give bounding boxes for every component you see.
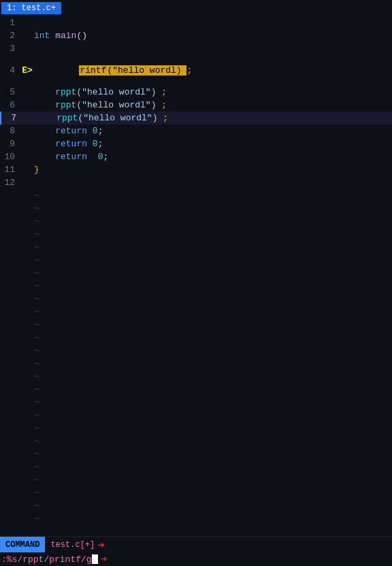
tilde-line: ~ <box>0 293 392 305</box>
tilde-line: ~ <box>0 461 392 473</box>
line-marker-4: E> <box>20 65 34 76</box>
line-num-2: 2 <box>0 31 20 41</box>
tilde-line: ~ <box>0 189 392 202</box>
tilde-line: ~ <box>0 344 392 357</box>
line-content-8: return 0; <box>34 126 392 136</box>
line-content-11: } <box>34 165 392 175</box>
code-container: 1 2 int main() 3 4 E> rintf("hello wordl… <box>0 16 392 536</box>
arrow-indicator: ➔ <box>97 537 105 552</box>
code-line-2: 2 int main() <box>0 29 392 42</box>
file-name-status: test.c[+] <box>45 540 95 550</box>
tilde-line: ~ <box>0 448 392 461</box>
code-line-12: 12 <box>0 176 392 189</box>
command-text: :%s/rppt/printf/g <box>1 554 98 565</box>
tilde-line: ~ <box>0 486 392 499</box>
line-content-10: return 0; <box>34 152 392 162</box>
line-num-11: 11 <box>0 165 20 175</box>
tilde-line: ~ <box>0 241 392 254</box>
tilde-line: ~ <box>0 357 392 370</box>
line-num-12: 12 <box>0 178 20 188</box>
tilde-line: ~ <box>0 512 392 525</box>
line-num-3: 3 <box>0 44 20 54</box>
line-num-1: 1 <box>0 18 20 28</box>
command-cursor <box>92 554 98 564</box>
tilde-line: ~ <box>0 305 392 318</box>
tilde-line: ~ <box>0 280 392 293</box>
tilde-line: ~ <box>0 499 392 512</box>
tilde-line: ~ <box>0 228 392 241</box>
tilde-line: ~ <box>0 318 392 331</box>
line-content-5: rppt("hello wordl") ; <box>34 87 392 97</box>
tilde-line: ~ <box>0 254 392 267</box>
line-num-8: 8 <box>0 126 20 136</box>
code-line-3: 3 <box>0 42 392 55</box>
code-line-7: 7 rppt("hello wordl") ; <box>0 112 392 124</box>
code-line-11: 11 } <box>0 163 392 176</box>
tilde-line: ~ <box>0 396 392 409</box>
command-line[interactable]: :%s/rppt/printf/g ➔ <box>0 552 392 566</box>
tab-bar: 1: test.c+ <box>0 0 392 16</box>
line-num-5: 5 <box>0 87 20 97</box>
tilde-line: ~ <box>0 215 392 228</box>
code-line-8: 8 return 0; <box>0 124 392 137</box>
editor-area: 1: test.c+ 1 2 int main() 3 4 E> rintf("… <box>0 0 392 536</box>
code-line-9: 9 return 0; <box>0 137 392 150</box>
tilde-line: ~ <box>0 473 392 486</box>
code-line-10: 10 return 0; <box>0 150 392 163</box>
code-line-6: 6 rppt("hello wordl") ; <box>0 99 392 112</box>
tildes-container: ~ ~ ~ ~ ~ ~ ~ ~ <box>0 189 392 525</box>
tilde-line: ~ <box>0 409 392 422</box>
status-bar: COMMAND test.c[+] ➔ <box>0 536 392 552</box>
line-num-7: 7 <box>1 113 22 123</box>
line-content-4: rintf("hello wordl) ; <box>34 55 392 86</box>
tilde-line: ~ <box>0 422 392 435</box>
line-content-7: rppt("hello wordl") ; <box>35 113 392 123</box>
code-line-5: 5 rppt("hello wordl") ; <box>0 86 392 99</box>
tilde-line: ~ <box>0 267 392 280</box>
line-content-6: rppt("hello wordl") ; <box>34 100 392 110</box>
code-line-4: 4 E> rintf("hello wordl) ; <box>0 55 392 86</box>
mode-badge: COMMAND <box>0 537 45 552</box>
command-arrow: ➔ <box>101 552 108 566</box>
code-line-1: 1 <box>0 16 392 29</box>
line-content-2: int main() <box>34 31 392 41</box>
line-num-9: 9 <box>0 139 20 149</box>
line-num-6: 6 <box>0 100 20 110</box>
tilde-line: ~ <box>0 383 392 396</box>
line-num-10: 10 <box>0 152 20 162</box>
tilde-line: ~ <box>0 370 392 383</box>
line-num-4: 4 <box>0 65 20 76</box>
line-content-9: return 0; <box>34 139 392 149</box>
tilde-line: ~ <box>0 435 392 448</box>
active-tab[interactable]: 1: test.c+ <box>1 2 61 14</box>
tilde-line: ~ <box>0 331 392 344</box>
tilde-line: ~ <box>0 202 392 215</box>
